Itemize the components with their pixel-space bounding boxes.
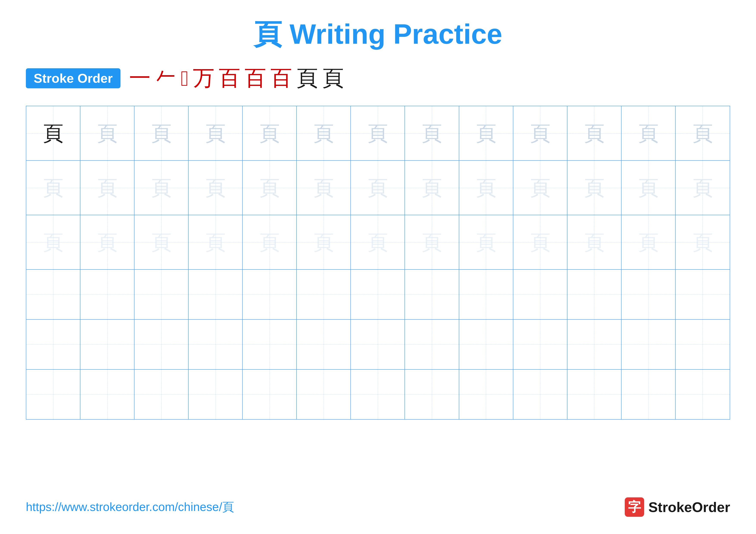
grid-cell-1-11[interactable]: 頁	[567, 106, 622, 160]
grid-cell-2-2[interactable]: 頁	[80, 161, 134, 215]
grid-cell-6-13[interactable]	[676, 369, 730, 419]
stroke-sequence: 一 𠂉 𠃍 万 百 百 百 頁 頁	[129, 64, 344, 93]
stroke-9: 頁	[322, 64, 344, 93]
grid-cell-3-8[interactable]: 頁	[405, 215, 459, 269]
grid-cell-4-1[interactable]	[26, 270, 80, 319]
grid-cell-1-9[interactable]: 頁	[459, 106, 513, 160]
char-dark: 頁	[43, 123, 63, 143]
grid-cell-2-7[interactable]: 頁	[351, 161, 405, 215]
grid-cell-1-5[interactable]: 頁	[243, 106, 297, 160]
stroke-4: 万	[193, 64, 214, 93]
grid-cell-4-7[interactable]	[351, 270, 405, 319]
grid-cell-5-13[interactable]	[676, 320, 730, 369]
grid-cell-1-7[interactable]: 頁	[351, 106, 405, 160]
grid-cell-3-5[interactable]: 頁	[243, 215, 297, 269]
stroke-8: 頁	[296, 64, 318, 93]
grid-cell-5-5[interactable]	[243, 320, 297, 369]
grid-cell-3-13[interactable]: 頁	[676, 215, 730, 269]
grid-cell-6-1[interactable]	[26, 369, 80, 419]
grid-cell-3-4[interactable]: 頁	[189, 215, 243, 269]
grid-cell-4-9[interactable]	[459, 270, 513, 319]
brand-name: StrokeOrder	[648, 499, 730, 515]
grid-cell-2-11[interactable]: 頁	[567, 161, 622, 215]
grid-cell-6-5[interactable]	[243, 369, 297, 419]
grid-cell-2-12[interactable]: 頁	[622, 161, 676, 215]
grid-cell-6-2[interactable]	[80, 369, 134, 419]
grid-cell-6-6[interactable]	[297, 369, 351, 419]
grid-cell-4-4[interactable]	[189, 270, 243, 319]
stroke-3: 𠃍	[181, 66, 189, 91]
grid-cell-3-7[interactable]: 頁	[351, 215, 405, 269]
grid-cell-5-1[interactable]	[26, 320, 80, 369]
grid-cell-6-9[interactable]	[459, 369, 513, 419]
grid-cell-4-3[interactable]	[134, 270, 189, 319]
grid-cell-5-12[interactable]	[622, 320, 676, 369]
grid-cell-1-12[interactable]: 頁	[622, 106, 676, 160]
grid-cell-3-6[interactable]: 頁	[297, 215, 351, 269]
grid-cell-1-2[interactable]: 頁	[80, 106, 134, 160]
grid-cell-5-9[interactable]	[459, 320, 513, 369]
grid-cell-1-10[interactable]: 頁	[513, 106, 567, 160]
grid-cell-1-6[interactable]: 頁	[297, 106, 351, 160]
grid-cell-6-11[interactable]	[567, 369, 622, 419]
grid-cell-4-12[interactable]	[622, 270, 676, 319]
grid-cell-5-3[interactable]	[134, 320, 189, 369]
grid-cell-2-8[interactable]: 頁	[405, 161, 459, 215]
grid-cell-1-13[interactable]: 頁	[676, 106, 730, 160]
grid-cell-5-10[interactable]	[513, 320, 567, 369]
grid-cell-5-7[interactable]	[351, 320, 405, 369]
grid-cell-6-7[interactable]	[351, 369, 405, 419]
brand-icon-char: 字	[628, 498, 641, 516]
grid-cell-3-2[interactable]: 頁	[80, 215, 134, 269]
grid-cell-3-10[interactable]: 頁	[513, 215, 567, 269]
grid-cell-5-8[interactable]	[405, 320, 459, 369]
grid-cell-1-8[interactable]: 頁	[405, 106, 459, 160]
grid-cell-2-1[interactable]: 頁	[26, 161, 80, 215]
grid-cell-6-4[interactable]	[189, 369, 243, 419]
grid-cell-4-6[interactable]	[297, 270, 351, 319]
grid-cell-2-6[interactable]: 頁	[297, 161, 351, 215]
practice-grid: 頁 頁 頁 頁 頁 頁 頁 頁 頁 頁 頁 頁 頁 頁 頁 頁 頁 頁 頁 頁 …	[26, 106, 730, 420]
grid-cell-6-8[interactable]	[405, 369, 459, 419]
grid-cell-6-10[interactable]	[513, 369, 567, 419]
grid-row-6	[26, 369, 730, 419]
grid-cell-2-10[interactable]: 頁	[513, 161, 567, 215]
grid-cell-2-3[interactable]: 頁	[134, 161, 189, 215]
stroke-7: 百	[270, 64, 292, 93]
stroke-5: 百	[219, 64, 240, 93]
brand-icon: 字	[625, 497, 644, 517]
grid-cell-1-1[interactable]: 頁	[26, 106, 80, 160]
stroke-order-row: Stroke Order 一 𠂉 𠃍 万 百 百 百 頁 頁	[26, 64, 730, 93]
grid-cell-2-5[interactable]: 頁	[243, 161, 297, 215]
title-char: 頁	[254, 18, 282, 50]
grid-cell-6-12[interactable]	[622, 369, 676, 419]
grid-cell-3-12[interactable]: 頁	[622, 215, 676, 269]
grid-cell-4-13[interactable]	[676, 270, 730, 319]
stroke-order-badge: Stroke Order	[26, 68, 121, 88]
grid-cell-5-2[interactable]	[80, 320, 134, 369]
grid-cell-4-2[interactable]	[80, 270, 134, 319]
stroke-2: 𠂉	[155, 66, 176, 91]
grid-cell-2-13[interactable]: 頁	[676, 161, 730, 215]
grid-cell-4-8[interactable]	[405, 270, 459, 319]
grid-cell-3-9[interactable]: 頁	[459, 215, 513, 269]
grid-cell-3-3[interactable]: 頁	[134, 215, 189, 269]
grid-cell-5-11[interactable]	[567, 320, 622, 369]
grid-cell-5-4[interactable]	[189, 320, 243, 369]
footer: https://www.strokeorder.com/chinese/頁 字 …	[26, 497, 730, 517]
grid-row-3: 頁 頁 頁 頁 頁 頁 頁 頁 頁 頁 頁 頁 頁	[26, 215, 730, 270]
title-text: Writing Practice	[282, 18, 502, 50]
grid-cell-3-1[interactable]: 頁	[26, 215, 80, 269]
grid-row-5	[26, 320, 730, 369]
grid-cell-3-11[interactable]: 頁	[567, 215, 622, 269]
grid-cell-5-6[interactable]	[297, 320, 351, 369]
footer-url[interactable]: https://www.strokeorder.com/chinese/頁	[26, 499, 234, 515]
grid-cell-2-4[interactable]: 頁	[189, 161, 243, 215]
grid-cell-1-4[interactable]: 頁	[189, 106, 243, 160]
grid-cell-1-3[interactable]: 頁	[134, 106, 189, 160]
grid-cell-4-5[interactable]	[243, 270, 297, 319]
grid-cell-6-3[interactable]	[134, 369, 189, 419]
grid-cell-4-10[interactable]	[513, 270, 567, 319]
grid-cell-4-11[interactable]	[567, 270, 622, 319]
grid-cell-2-9[interactable]: 頁	[459, 161, 513, 215]
